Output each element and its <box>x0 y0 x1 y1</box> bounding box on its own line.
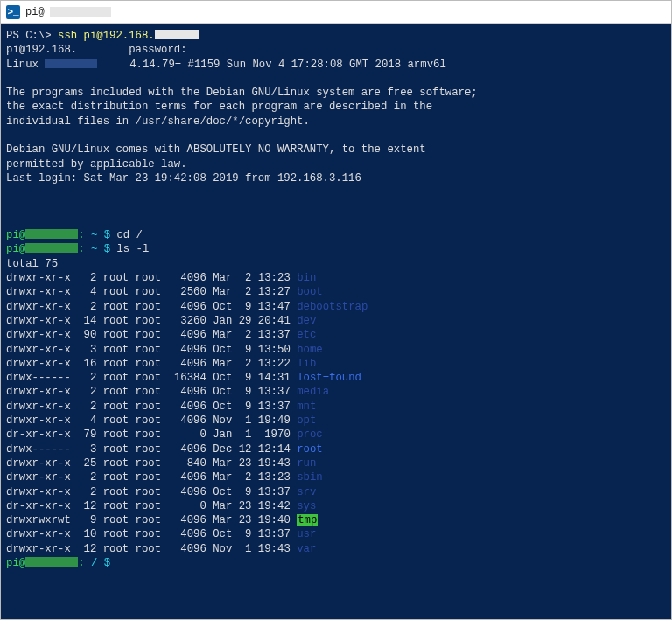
dir-name: lost+found <box>297 372 361 384</box>
redacted-host <box>25 229 78 239</box>
redacted-ip <box>155 30 199 39</box>
ls-row: drwxr-xr-x 2 root root 4096 Oct 9 13:37 … <box>6 400 666 414</box>
last-login: Last login: Sat Mar 23 19:42:08 2019 fro… <box>6 171 666 185</box>
ls-row: drwxr-xr-x 2 root root 4096 Oct 9 13:37 … <box>6 485 666 499</box>
window-title: pi@ <box>25 6 45 18</box>
ls-row: drwxr-xr-x 4 root root 4096 Nov 1 19:49 … <box>6 414 666 428</box>
ls-total: total 75 <box>6 257 666 271</box>
dir-name: var <box>297 543 316 555</box>
password-prompt: pi@192.168. password: <box>6 43 666 57</box>
dir-name: bin <box>297 272 316 284</box>
shell-prompt-current[interactable]: pi@: / $ <box>6 556 666 570</box>
ls-row: drwx------ 3 root root 4096 Dec 12 12:14… <box>6 442 666 456</box>
dir-name: lib <box>297 358 316 370</box>
ls-row: drwxr-xr-x 90 root root 4096 Mar 2 13:37… <box>6 328 666 342</box>
dir-name: run <box>297 457 316 470</box>
ls-row: drwxr-xr-x 25 root root 840 Mar 23 19:43… <box>6 456 666 470</box>
redacted-hostname <box>50 7 111 17</box>
redacted-host <box>45 59 97 68</box>
ls-row: drwxr-xr-x 2 root root 4096 Oct 9 13:37 … <box>6 385 666 399</box>
shell-prompt-ls: pi@: ~ $ ls -l <box>6 242 666 256</box>
ls-row: drwxr-xr-x 2 root root 4096 Mar 2 13:23 … <box>6 271 666 285</box>
dir-name: boot <box>297 286 323 298</box>
dir-name: media <box>297 386 329 398</box>
powershell-icon: >_ <box>6 5 20 19</box>
dir-name: etc <box>297 329 316 341</box>
motd-line: permitted by applicable law. <box>6 157 666 171</box>
ls-row: drwxrwxrwt 9 root root 4096 Mar 23 19:40… <box>6 513 666 527</box>
redacted-host <box>25 243 78 253</box>
ls-row: drwxr-xr-x 4 root root 2560 Mar 2 13:27 … <box>6 285 666 299</box>
ls-row: drwxr-xr-x 14 root root 3260 Jan 29 20:4… <box>6 314 666 328</box>
kernel-line: Linux 4.14.79+ #1159 Sun Nov 4 17:28:08 … <box>6 58 666 72</box>
dir-name: usr <box>297 528 316 540</box>
dir-name: debootstrap <box>297 301 368 313</box>
dir-name: sys <box>297 500 316 512</box>
ls-row: drwxr-xr-x 3 root root 4096 Oct 9 13:50 … <box>6 343 666 357</box>
dir-name: home <box>297 344 323 356</box>
terminal-body[interactable]: PS C:\> ssh pi@192.168.pi@192.168. passw… <box>1 24 671 619</box>
motd-line: the exact distribution terms for each pr… <box>6 100 666 114</box>
ls-row: drwxr-xr-x 2 root root 4096 Oct 9 13:47 … <box>6 300 666 314</box>
ls-row: drwxr-xr-x 12 root root 4096 Nov 1 19:43… <box>6 542 666 556</box>
dir-name: tmp <box>297 514 318 526</box>
dir-name: root <box>297 443 323 456</box>
ls-row: drwx------ 2 root root 16384 Oct 9 14:31… <box>6 371 666 385</box>
ls-row: dr-xr-xr-x 79 root root 0 Jan 1 1970 pro… <box>6 428 666 442</box>
shell-prompt-cd: pi@: ~ $ cd / <box>6 228 666 242</box>
motd-line: Debian GNU/Linux comes with ABSOLUTELY N… <box>6 143 666 157</box>
ls-row: drwxr-xr-x 16 root root 4096 Mar 2 13:22… <box>6 357 666 371</box>
title-bar[interactable]: >_ pi@ <box>1 1 671 24</box>
terminal-window: >_ pi@ PS C:\> ssh pi@192.168.pi@192.168… <box>0 0 672 620</box>
dir-name: dev <box>297 315 316 327</box>
dir-name: srv <box>297 486 316 498</box>
motd-line: individual files in /usr/share/doc/*/cop… <box>6 115 666 129</box>
ls-row: drwxr-xr-x 10 root root 4096 Oct 9 13:37… <box>6 527 666 541</box>
dir-name: opt <box>297 414 316 427</box>
redacted-host <box>25 557 78 567</box>
ls-row: drwxr-xr-x 2 root root 4096 Mar 2 13:23 … <box>6 470 666 484</box>
dir-name: proc <box>297 428 323 441</box>
ls-row: dr-xr-xr-x 12 root root 0 Mar 23 19:42 s… <box>6 499 666 513</box>
motd-line: The programs included with the Debian GN… <box>6 86 666 100</box>
dir-name: sbin <box>297 471 323 484</box>
dir-name: mnt <box>297 401 316 413</box>
prompt-ssh: PS C:\> ssh pi@192.168. <box>6 29 666 43</box>
